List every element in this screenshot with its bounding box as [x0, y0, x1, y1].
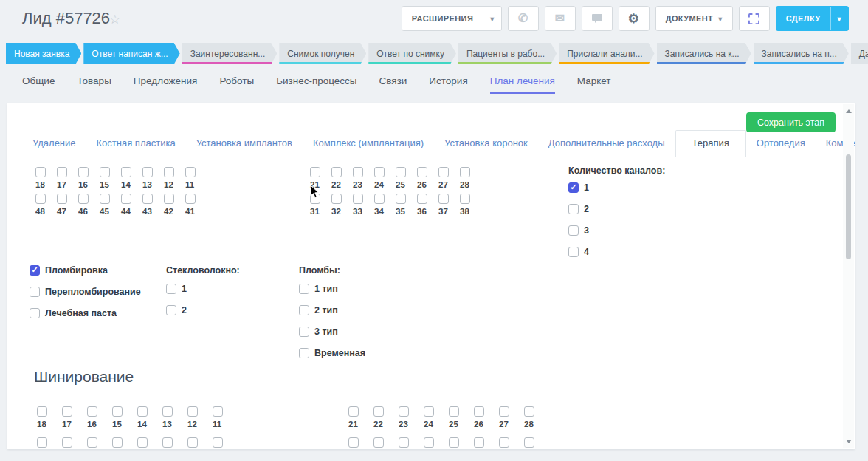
checkbox[interactable]	[299, 348, 309, 358]
tooth-checkbox[interactable]	[35, 167, 46, 177]
main-tab[interactable]: Бизнес-процессы	[276, 75, 356, 94]
main-tab[interactable]: Роботы	[219, 75, 254, 94]
tooth-checkbox[interactable]	[460, 167, 470, 177]
tooth-checkbox[interactable]	[348, 406, 359, 417]
tooth-checkbox[interactable]	[87, 437, 97, 448]
checkbox[interactable]	[30, 287, 40, 297]
tooth-checkbox[interactable]	[87, 406, 97, 417]
main-tab[interactable]: Товары	[77, 75, 111, 94]
checkbox[interactable]	[568, 247, 579, 257]
channel-option[interactable]: 3	[568, 225, 589, 236]
tooth-checkbox[interactable]	[142, 167, 153, 177]
tooth-checkbox[interactable]	[57, 167, 67, 177]
pipeline-stage[interactable]: Записались на п...	[754, 43, 849, 64]
treatment-subtab[interactable]: Комплекс (имплантация)	[303, 131, 434, 157]
tooth-checkbox[interactable]	[187, 406, 198, 417]
deal-dropdown[interactable]	[830, 7, 848, 30]
filling-option[interactable]: Временная	[299, 347, 365, 358]
scroll-thumb[interactable]	[846, 154, 851, 259]
tooth-checkbox[interactable]	[449, 406, 459, 417]
tooth-checkbox[interactable]	[424, 406, 434, 417]
tooth-checkbox[interactable]	[499, 437, 509, 448]
main-tab[interactable]: План лечения	[490, 75, 555, 94]
checkbox[interactable]	[299, 327, 309, 337]
extensions-dropdown[interactable]	[483, 7, 500, 30]
scroll-down-arrow[interactable]	[846, 440, 852, 443]
extensions-button[interactable]: РАСШИРЕНИЯ	[402, 6, 502, 31]
tooth-checkbox[interactable]	[460, 194, 470, 204]
tooth-checkbox[interactable]	[100, 167, 110, 177]
tooth-checkbox[interactable]	[449, 437, 459, 448]
treatment-subtab[interactable]: Удаление	[22, 131, 86, 157]
fiberglass-option[interactable]: 1	[166, 283, 187, 294]
document-button[interactable]: ДОКУМЕНТ	[655, 6, 733, 31]
tooth-checkbox[interactable]	[121, 194, 131, 204]
tooth-checkbox[interactable]	[424, 437, 434, 448]
pipeline-stage[interactable]: Дарим улыбку 2	[851, 43, 868, 64]
tooth-checkbox[interactable]	[399, 437, 409, 448]
tooth-checkbox[interactable]	[162, 437, 173, 448]
tooth-checkbox[interactable]	[373, 406, 384, 417]
tooth-checkbox[interactable]	[164, 167, 174, 177]
tooth-checkbox[interactable]	[474, 406, 484, 417]
tooth-checkbox[interactable]	[78, 167, 89, 177]
tooth-checkbox[interactable]	[187, 437, 198, 448]
main-tab[interactable]: История	[429, 75, 467, 94]
pipeline-stage[interactable]: Ответ по снимку	[368, 43, 456, 64]
tooth-checkbox[interactable]	[474, 437, 484, 448]
tooth-checkbox[interactable]	[62, 437, 72, 448]
pipeline-stage[interactable]: Пациенты в рабо...	[458, 43, 557, 64]
tooth-checkbox[interactable]	[331, 167, 342, 177]
main-tab[interactable]: Общие	[22, 75, 55, 94]
checkbox[interactable]	[299, 284, 309, 294]
chat-button[interactable]	[582, 6, 613, 31]
settings-button[interactable]	[619, 6, 650, 31]
tooth-checkbox[interactable]	[374, 194, 385, 204]
checkbox[interactable]	[30, 265, 40, 276]
treatment-subtab[interactable]: Установка коронок	[434, 131, 538, 157]
tooth-checkbox[interactable]	[137, 437, 148, 448]
checkbox[interactable]	[568, 204, 579, 214]
treatment-subtab[interactable]: Ортопедия	[746, 131, 816, 157]
checkbox[interactable]	[30, 308, 40, 318]
filling-option[interactable]: 1 тип	[299, 283, 365, 294]
save-stage-button[interactable]: Сохранить этап	[746, 112, 836, 132]
tooth-checkbox[interactable]	[499, 406, 509, 417]
tooth-checkbox[interactable]	[112, 406, 123, 417]
tooth-checkbox[interactable]	[310, 167, 320, 177]
treatment-subtab[interactable]: Терапия	[675, 130, 746, 157]
fiberglass-option[interactable]: 2	[166, 304, 187, 315]
treatment-subtab[interactable]: Установка имплантов	[186, 131, 303, 157]
filling-option[interactable]: 3 тип	[299, 326, 365, 337]
treatment-option[interactable]: Перепломбирование	[30, 286, 141, 297]
pipeline-stage[interactable]: Снимок получен	[279, 43, 366, 64]
pipeline-stage[interactable]: Заинтересованн...	[182, 43, 278, 64]
scroll-up-arrow[interactable]	[846, 109, 852, 113]
tooth-checkbox[interactable]	[417, 194, 427, 204]
tooth-checkbox[interactable]	[396, 194, 406, 204]
tooth-checkbox[interactable]	[185, 167, 196, 177]
tooth-checkbox[interactable]	[438, 167, 449, 177]
tooth-checkbox[interactable]	[162, 406, 173, 417]
channel-option[interactable]: 1	[568, 182, 589, 193]
checkbox[interactable]	[299, 305, 309, 315]
main-tab[interactable]: Предложения	[134, 75, 198, 94]
tooth-checkbox[interactable]	[348, 437, 359, 448]
pipeline-stage[interactable]: Записались на к...	[657, 43, 751, 64]
pipeline-stage[interactable]: Прислали анали...	[559, 43, 654, 64]
tooth-checkbox[interactable]	[353, 167, 363, 177]
call-button[interactable]	[508, 6, 539, 31]
pipeline-stage[interactable]: Новая заявка	[6, 43, 81, 64]
filling-option[interactable]: 2 тип	[299, 304, 365, 315]
treatment-option[interactable]: Лечебная паста	[30, 307, 141, 318]
tooth-checkbox[interactable]	[524, 437, 534, 448]
panel-scrollbar[interactable]	[843, 104, 854, 448]
tooth-checkbox[interactable]	[100, 194, 110, 204]
tooth-checkbox[interactable]	[396, 167, 406, 177]
tooth-checkbox[interactable]	[37, 406, 47, 417]
treatment-option[interactable]: Пломбировка	[30, 264, 141, 276]
tooth-checkbox[interactable]	[353, 194, 363, 204]
tooth-checkbox[interactable]	[142, 194, 153, 204]
tooth-checkbox[interactable]	[438, 194, 449, 204]
channel-option[interactable]: 2	[568, 203, 589, 214]
